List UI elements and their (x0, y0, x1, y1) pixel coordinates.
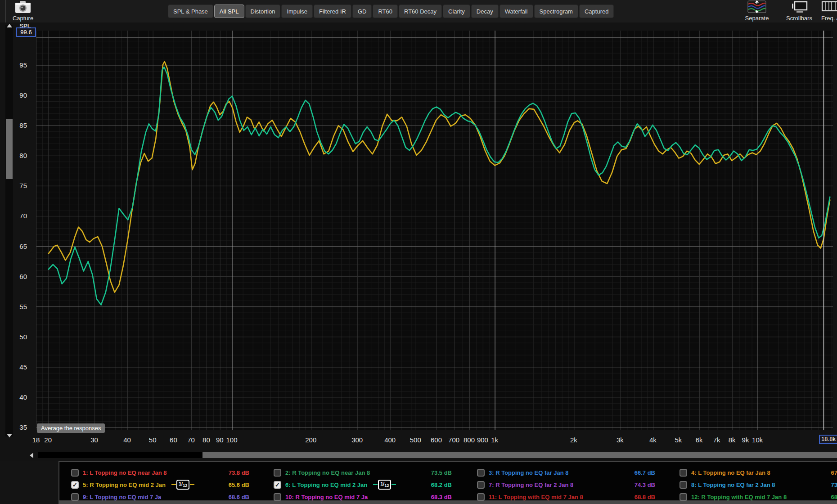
plot-area[interactable] (36, 31, 832, 430)
tab-captured[interactable]: Captured (579, 4, 614, 18)
freq-axis-button[interactable]: Freq. A (817, 0, 837, 22)
x-tick-label: 900 (477, 436, 488, 444)
x-tick-label: 50 (149, 436, 157, 444)
tab-waterfall[interactable]: Waterfall (500, 4, 533, 18)
legend-item-11: 11: L Topping with EQ mid 7 Jan 868.8 dB (477, 491, 655, 502)
legend-checkbox[interactable] (680, 493, 687, 501)
y-tick-label: 60 (0, 273, 27, 280)
legend-spl-value: 65.6 dB (229, 482, 249, 488)
y-tick-label: 40 (0, 393, 27, 401)
horizontal-scrollbar[interactable] (27, 451, 837, 459)
legend-item-3: 3: R Topping no EQ far Jan 866.7 dB (477, 467, 655, 478)
tab-distortion[interactable]: Distortion (245, 4, 281, 18)
legend-checkbox[interactable] (680, 481, 687, 489)
legend-checkbox[interactable]: ✓ (71, 481, 79, 489)
legend-spl-value: 68.8 dB (634, 494, 655, 500)
freq-axis-icon (821, 0, 837, 13)
x-tick-label: 1k (491, 436, 498, 444)
legend-label[interactable]: 6: L Topping no EQ mid 2 Jan (285, 482, 367, 488)
legend-checkbox[interactable] (274, 493, 281, 501)
y-axis-ticks: 95908580757065605550454035 (0, 31, 29, 445)
legend-label[interactable]: 9: L Topping no EQ mid 7 Ja (83, 494, 161, 500)
x-tick-label: 800 (464, 436, 475, 444)
x-tick-label: 4k (649, 436, 657, 444)
tab-gd[interactable]: GD (352, 4, 372, 18)
scrollbars-icon (790, 0, 809, 13)
tab-all-spl[interactable]: All SPL (214, 4, 244, 18)
legend-spl-value: 73.8 dB (229, 469, 249, 476)
horizontal-scrollbar-track[interactable] (38, 452, 202, 458)
x-tick-label: 100 (226, 436, 237, 444)
scrollbars-button[interactable]: Scrollbars (784, 0, 814, 22)
legend-checkbox[interactable] (477, 493, 485, 501)
legend-item-4: 4: L Topping no EQ far Jan 867 (680, 467, 837, 478)
legend-label[interactable]: 4: L Topping no EQ far Jan 8 (691, 469, 770, 476)
y-tick-label: 90 (0, 91, 27, 99)
legend-label[interactable]: 7: R Topping no EQ far 2 Jan 8 (489, 482, 573, 488)
horizontal-scrollbar-thumb[interactable] (202, 452, 837, 458)
x-tick-label: 40 (123, 436, 131, 444)
capture-button[interactable]: Capture (8, 0, 38, 22)
tab-rt60[interactable]: RT60 (373, 4, 398, 18)
tab-spl-phase[interactable]: SPL & Phase (168, 4, 213, 18)
scroll-up-arrow-icon[interactable] (7, 24, 12, 27)
tab-filtered-ir[interactable]: Filtered IR (314, 4, 351, 18)
x-tick-label: 600 (431, 436, 442, 444)
legend-checkbox[interactable] (71, 469, 79, 477)
separate-button[interactable]: Separate (742, 0, 771, 22)
legend-checkbox[interactable] (274, 469, 281, 477)
separate-icon (747, 0, 766, 13)
legend-spl-value: 68.6 dB (229, 494, 249, 500)
y-tick-label: 65 (0, 243, 27, 250)
smoothing-badge: 1/12 (171, 480, 194, 490)
legend-checkbox[interactable] (477, 469, 485, 477)
legend-item-5: ✓5: R Topping no EQ mid 2 Jan1/1265.6 dB (71, 479, 249, 490)
spl-chart[interactable] (36, 31, 833, 430)
legend-label[interactable]: 12: R Topping with EQ mid 7 Jan 8 (691, 494, 787, 500)
graph-tabs: SPL & PhaseAll SPLDistortionImpulseFilte… (168, 4, 614, 18)
freq-axis-label: Freq. A (817, 15, 837, 22)
legend-label[interactable]: 5: R Topping no EQ mid 2 Jan (83, 482, 166, 488)
legend-item-10: 10: R Topping no EQ mid 7 Ja68.3 dB (274, 491, 452, 502)
legend-item-1: 1: L Topping no EQ near Jan 873.8 dB (71, 467, 249, 478)
legend-checkbox[interactable] (71, 493, 79, 501)
legend-checkbox[interactable] (680, 469, 687, 477)
camera-icon (14, 0, 32, 14)
legend-label[interactable]: 8: L Topping no EQ far 2 Jan 8 (691, 482, 775, 488)
legend-label[interactable]: 11: L Topping with EQ mid 7 Jan 8 (489, 494, 583, 500)
legend-item-9: 9: L Topping no EQ mid 7 Ja68.6 dB (71, 491, 249, 502)
y-tick-label: 55 (0, 303, 27, 310)
x-tick-label: 10k (752, 436, 763, 444)
legend-spl-value: 67 (831, 469, 837, 476)
x-tick-label: 5k (675, 436, 682, 444)
x-tick-label: 7k (713, 436, 720, 444)
x-tick-label: 80 (202, 436, 210, 444)
scrollbars-label: Scrollbars (784, 15, 814, 22)
y-tick-label: 70 (0, 212, 27, 220)
x-axis-ticks: k 18.8k 18203040506070809010020030040050… (36, 436, 837, 445)
x-axis-max-input[interactable]: 18.8k (819, 435, 837, 444)
legend-checkbox[interactable]: ✓ (274, 481, 281, 489)
legend-label[interactable]: 1: L Topping no EQ near Jan 8 (83, 469, 167, 476)
legend-spl-value: 66.7 dB (634, 469, 655, 476)
legend-label[interactable]: 2: R Topping no EQ near Jan 8 (285, 469, 370, 476)
x-tick-label: 400 (384, 436, 396, 444)
graph-panel: SPL 99.6 95908580757065605550454035 k 18… (0, 22, 837, 461)
y-tick-label: 85 (0, 122, 27, 129)
smoothing-badge: 1/12 (373, 480, 396, 490)
tab-impulse[interactable]: Impulse (281, 4, 313, 18)
toolbar-divider (5, 0, 6, 22)
scroll-left-arrow-icon[interactable] (30, 453, 33, 458)
tab-rt60-decay[interactable]: RT60 Decay (399, 4, 442, 18)
legend-item-6: ✓6: L Topping no EQ mid 2 Jan1/1268.2 dB (274, 479, 452, 490)
legend-spl-value: 68.2 dB (431, 482, 452, 488)
legend-label[interactable]: 10: R Topping no EQ mid 7 Ja (285, 494, 368, 500)
legend-checkbox[interactable] (477, 481, 485, 489)
legend-label[interactable]: 3: R Topping no EQ far Jan 8 (489, 469, 568, 476)
tab-decay[interactable]: Decay (471, 4, 499, 18)
x-tick-label: 500 (410, 436, 421, 444)
capture-label: Capture (8, 15, 38, 22)
tab-spectrogram[interactable]: Spectrogram (534, 4, 578, 18)
tab-clarity[interactable]: Clarity (443, 4, 470, 18)
measurement-legend: 1: L Topping no EQ near Jan 873.8 dB✓5: … (58, 461, 837, 504)
